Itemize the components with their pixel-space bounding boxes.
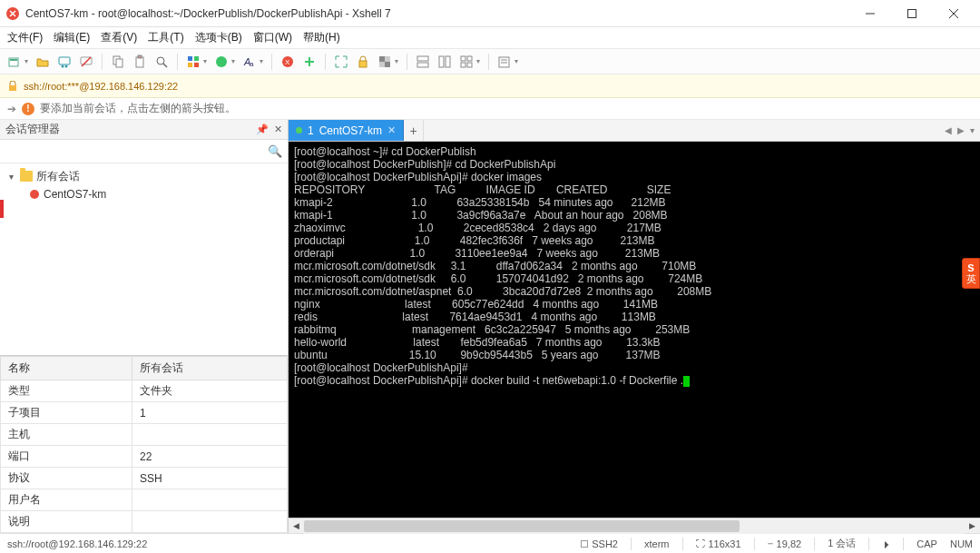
svg-rect-6 xyxy=(10,59,17,61)
led-icon xyxy=(581,540,588,548)
address-bar[interactable]: ssh://root:***@192.168.146.129:22 xyxy=(0,74,980,98)
menu-file[interactable]: 文件(F) xyxy=(7,30,43,45)
dropdown-icon[interactable]: ▾ xyxy=(514,57,518,65)
svg-line-17 xyxy=(163,64,167,67)
menu-help[interactable]: 帮助(H) xyxy=(303,30,340,45)
menu-view[interactable]: 查看(V) xyxy=(101,30,137,45)
tab-active[interactable]: 1 CentOS7-km ✕ xyxy=(289,120,404,141)
terminal-hscrollbar[interactable]: ◀ ▶ xyxy=(289,518,980,533)
dropdown-icon[interactable]: ▾ xyxy=(203,57,207,65)
tile-grid-icon[interactable] xyxy=(457,53,475,71)
svg-rect-32 xyxy=(417,63,428,67)
open-session-icon[interactable] xyxy=(34,53,52,71)
xagent-icon[interactable]: X xyxy=(279,53,297,71)
tile-horiz-icon[interactable] xyxy=(414,53,432,71)
find-icon[interactable] xyxy=(152,53,171,71)
copy-icon[interactable] xyxy=(109,53,127,71)
transparency-icon[interactable] xyxy=(376,53,394,71)
svg-rect-27 xyxy=(359,61,367,67)
theme-icon[interactable] xyxy=(212,53,230,71)
prop-col-name[interactable]: 名称 xyxy=(1,357,132,380)
session-manager-title: 会话管理器 xyxy=(5,122,60,137)
address-text: ssh://root:***@192.168.146.129:22 xyxy=(24,81,178,92)
scroll-right-icon[interactable]: ▶ xyxy=(965,518,980,534)
session-icon xyxy=(29,189,40,200)
separator xyxy=(488,54,489,70)
table-row: 类型文件夹 xyxy=(1,380,288,402)
status-ssh: SSH2 xyxy=(581,538,618,549)
ime-badge[interactable]: S 英 xyxy=(962,258,980,289)
dropdown-icon[interactable]: ▾ xyxy=(395,57,398,65)
pin-icon[interactable]: 📌 xyxy=(256,123,269,135)
svg-point-43 xyxy=(30,190,39,199)
status-nav[interactable]: ⏵ xyxy=(882,538,890,549)
font-icon[interactable]: Aa xyxy=(240,53,259,71)
separator xyxy=(177,54,178,70)
separator xyxy=(271,54,272,70)
dropdown-icon[interactable]: ▾ xyxy=(24,57,28,65)
status-dot-icon xyxy=(296,127,302,133)
lock-icon[interactable] xyxy=(354,53,372,71)
ime-lang: 英 xyxy=(966,273,976,284)
svg-rect-33 xyxy=(439,56,444,67)
status-bar: ssh://root@192.168.146.129:22 SSH2 xterm… xyxy=(0,533,980,553)
tabs-next-icon[interactable]: ▶ xyxy=(957,125,965,135)
close-button[interactable] xyxy=(933,0,975,27)
info-text: 要添加当前会话，点击左侧的箭头按钮。 xyxy=(40,101,236,116)
collapse-icon[interactable]: ▾ xyxy=(5,172,16,182)
terminal-tabstrip: 1 CentOS7-km ✕ + ◀ ▶ ▾ xyxy=(289,120,980,142)
script-icon[interactable] xyxy=(495,53,514,71)
info-icon: ! xyxy=(22,103,34,115)
dropdown-icon[interactable]: ▾ xyxy=(260,57,263,65)
disconnect-icon[interactable] xyxy=(77,53,95,71)
terminal-output[interactable]: [root@localhost ~]# cd DockerPublish[roo… xyxy=(289,142,980,518)
menu-window[interactable]: 窗口(W) xyxy=(253,30,292,45)
svg-rect-2 xyxy=(908,9,916,17)
new-tab-button[interactable]: + xyxy=(404,120,424,141)
menu-tab[interactable]: 选项卡(B) xyxy=(195,30,242,45)
tabs-menu-icon[interactable]: ▾ xyxy=(970,125,975,135)
status-sessions: 1 会话 xyxy=(828,537,856,550)
info-bar: ➔ ! 要添加当前会话，点击左侧的箭头按钮。 xyxy=(0,98,980,120)
svg-rect-19 xyxy=(194,56,199,61)
left-edge-marker xyxy=(0,200,4,218)
prop-col-value[interactable]: 所有会话 xyxy=(132,357,288,380)
xftp-icon[interactable] xyxy=(300,53,318,71)
svg-rect-21 xyxy=(194,63,199,67)
table-row: 协议SSH xyxy=(1,468,288,489)
search-icon[interactable]: 🔍 xyxy=(268,144,282,158)
lock-small-icon xyxy=(7,81,18,92)
tree-root[interactable]: ▾ 所有会话 xyxy=(0,167,288,185)
palette-icon[interactable] xyxy=(184,53,202,71)
svg-point-22 xyxy=(216,56,227,67)
maximize-button[interactable] xyxy=(891,0,933,27)
table-row: 子项目1 xyxy=(1,402,288,424)
session-tree[interactable]: ▾ 所有会话 CentOS7-km xyxy=(0,163,288,355)
scroll-thumb[interactable] xyxy=(304,520,740,532)
tab-close-icon[interactable]: ✕ xyxy=(387,124,396,136)
paste-icon[interactable] xyxy=(131,53,149,71)
session-manager-header: 会话管理器 📌 ✕ xyxy=(0,120,288,140)
tree-session-item[interactable]: CentOS7-km xyxy=(0,185,288,203)
svg-rect-36 xyxy=(467,56,472,61)
fullscreen-icon[interactable] xyxy=(332,53,350,71)
new-session-icon[interactable] xyxy=(5,53,24,71)
menu-edit[interactable]: 编辑(E) xyxy=(54,30,90,45)
tabs-prev-icon[interactable]: ◀ xyxy=(945,125,952,135)
dropdown-icon[interactable]: ▾ xyxy=(231,57,235,65)
svg-text:a: a xyxy=(250,60,254,68)
svg-rect-37 xyxy=(461,63,466,67)
connect-icon[interactable] xyxy=(55,53,74,71)
svg-rect-20 xyxy=(188,63,192,67)
pane-close-icon[interactable]: ✕ xyxy=(274,123,282,135)
app-icon xyxy=(5,6,20,21)
properties-table: 名称所有会话 类型文件夹 子项目1 主机 端口22 协议SSH 用户名 说明 xyxy=(0,355,288,533)
svg-rect-34 xyxy=(446,56,450,67)
dropdown-icon[interactable]: ▾ xyxy=(476,57,480,65)
arrow-icon[interactable]: ➔ xyxy=(7,103,16,115)
minimize-button[interactable] xyxy=(849,0,891,27)
tile-vert-icon[interactable] xyxy=(436,53,454,71)
menu-tools[interactable]: 工具(T) xyxy=(148,30,183,45)
scroll-left-icon[interactable]: ◀ xyxy=(289,518,304,534)
svg-point-8 xyxy=(62,64,64,67)
